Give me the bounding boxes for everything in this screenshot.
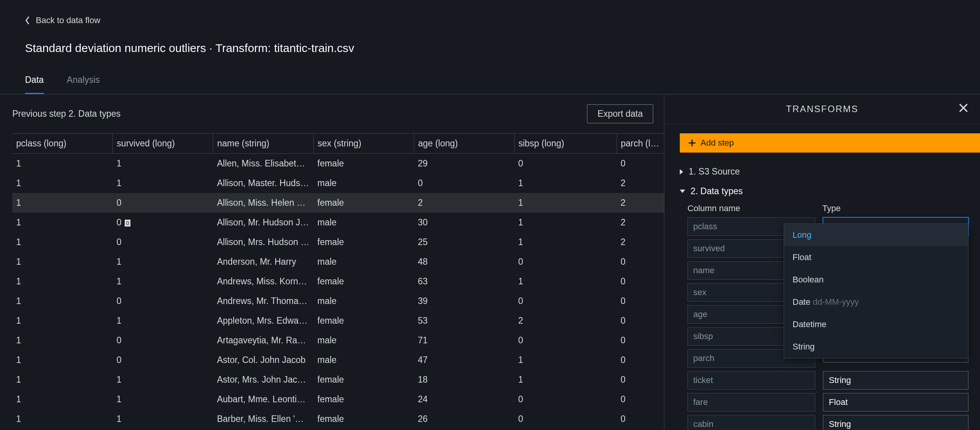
dropdown-option-label: Float <box>793 252 811 262</box>
table-row[interactable]: 10Artagaveytia, Mr. Ramonmale7100 <box>12 331 664 350</box>
table-cell: 0 <box>617 390 664 409</box>
step-label: 1. S3 Source <box>689 166 740 177</box>
column-header[interactable]: sex (string) <box>314 134 414 154</box>
type-dropdown[interactable]: LongFloatBooleanDatedd-MM-yyyyDatetimeSt… <box>784 223 968 358</box>
tab-analysis[interactable]: Analysis <box>67 69 100 94</box>
back-label: Back to data flow <box>36 15 100 25</box>
table-cell: 1 <box>12 173 113 193</box>
add-step-label: Add step <box>701 138 734 148</box>
table-cell: 0 <box>514 331 617 350</box>
data-table: pclass (long)survived (long)name (string… <box>12 133 664 430</box>
data-table-wrap[interactable]: pclass (long)survived (long)name (string… <box>12 133 664 430</box>
add-step-button[interactable]: Add step <box>680 133 980 153</box>
table-cell: 2 <box>617 173 664 193</box>
dropdown-option[interactable]: Datedd-MM-yyyy <box>784 291 968 313</box>
table-cell: 0 <box>514 291 617 311</box>
column-name-field[interactable]: ticket <box>687 371 815 390</box>
table-cell: 71 <box>414 331 514 350</box>
back-to-flow-link[interactable]: Back to data flow <box>25 15 100 25</box>
dropdown-option[interactable]: String <box>784 336 968 358</box>
close-icon[interactable] <box>958 103 968 113</box>
table-cell: 26 <box>414 409 514 429</box>
table-row[interactable]: 10Andrews, Mr. Thomas Jrmale3900 <box>12 291 664 311</box>
transforms-panel-title: TRANSFORMS <box>786 104 858 114</box>
dropdown-option-label: Long <box>793 230 811 240</box>
dropdown-option-label: String <box>793 342 814 351</box>
table-row[interactable]: 10Astor, Col. John Jacobmale4710 <box>12 350 664 370</box>
table-cell: 1 <box>514 213 617 232</box>
table-cell: male <box>314 331 414 350</box>
column-header[interactable]: sibsp (long) <box>514 134 617 154</box>
table-row[interactable]: 11Anderson, Mr. Harrymale4800 <box>12 252 664 272</box>
table-cell: 0 <box>113 232 213 252</box>
table-cell: Allison, Master. Hudson… <box>213 173 314 193</box>
table-cell: female <box>314 311 414 331</box>
column-header[interactable]: age (long) <box>414 134 514 154</box>
table-cell: 1 <box>113 311 213 331</box>
step-row[interactable]: 2. Data types <box>680 181 968 201</box>
table-row[interactable]: 10Allison, Mrs. Hudson J C…female2512 <box>12 232 664 252</box>
column-header[interactable]: name (string) <box>213 134 314 154</box>
table-cell: 1 <box>514 350 617 370</box>
table-cell: 1 <box>12 370 113 390</box>
column-name-field[interactable]: cabin <box>687 415 815 430</box>
table-cell: 0 <box>113 350 213 370</box>
export-data-button[interactable]: Export data <box>587 104 653 123</box>
dropdown-option[interactable]: Boolean <box>784 269 968 291</box>
table-cell: 0 <box>617 154 664 174</box>
table-cell: 0 <box>617 350 664 370</box>
table-cell: 25 <box>414 232 514 252</box>
table-row[interactable]: 11Astor, Mrs. John Jacob (…female1810 <box>12 370 664 390</box>
table-cell: 53 <box>414 311 514 331</box>
dropdown-option[interactable]: Long <box>784 224 968 246</box>
table-cell: Astor, Mrs. John Jacob (… <box>213 370 314 390</box>
table-cell: 1 <box>12 272 113 291</box>
table-row[interactable]: 11Appleton, Mrs. Edward …female5320 <box>12 311 664 331</box>
dropdown-option[interactable]: Float <box>784 246 968 269</box>
table-cell: 00 <box>113 213 213 232</box>
chevron-left-icon <box>25 16 30 25</box>
table-cell: 1 <box>514 232 617 252</box>
type-select[interactable]: Float <box>823 393 968 412</box>
table-row[interactable]: 11Aubart, Mme. Leontine …female2400 <box>12 390 664 409</box>
table-row[interactable]: 11Allen, Miss. Elisabeth W…female2900 <box>12 154 664 174</box>
table-cell: 2 <box>514 311 617 331</box>
table-cell: 0 <box>514 252 617 272</box>
table-row[interactable]: 11Allison, Master. Hudson…male012 <box>12 173 664 193</box>
column-header[interactable]: survived (long) <box>113 134 213 154</box>
dropdown-option[interactable]: Datetime <box>784 313 968 336</box>
table-row[interactable]: 10Allison, Miss. Helen Lor…female212 <box>12 193 664 213</box>
plus-icon <box>688 139 696 147</box>
table-cell: 1 <box>12 213 113 232</box>
column-header[interactable]: parch (long) <box>617 134 664 154</box>
table-cell: 0 <box>514 154 617 174</box>
dropdown-option-hint: dd-MM-yyyy <box>813 297 859 307</box>
table-cell: Anderson, Mr. Harry <box>213 252 314 272</box>
column-header[interactable]: pclass (long) <box>12 134 113 154</box>
table-cell: 1 <box>514 272 617 291</box>
table-cell: 0 <box>414 173 514 193</box>
tab-data[interactable]: Data <box>25 69 44 94</box>
table-cell: 1 <box>12 193 113 213</box>
table-cell: 0 <box>617 291 664 311</box>
table-cell: 1 <box>113 370 213 390</box>
table-cell: Aubart, Mme. Leontine … <box>213 390 314 409</box>
column-name-field[interactable]: fare <box>687 393 815 412</box>
table-cell: 1 <box>113 390 213 409</box>
table-cell: 0 <box>113 193 213 213</box>
step-row[interactable]: 1. S3 Source <box>680 162 968 181</box>
table-row[interactable]: 11Andrews, Miss. Kornelia…female6310 <box>12 272 664 291</box>
table-cell: 1 <box>12 252 113 272</box>
type-select[interactable]: String <box>823 415 968 430</box>
type-select[interactable]: String <box>823 371 968 390</box>
table-cell: 1 <box>12 331 113 350</box>
table-cell: 1 <box>514 173 617 193</box>
table-cell: 1 <box>12 154 113 174</box>
table-cell: 0 <box>617 272 664 291</box>
table-row[interactable]: 100Allison, Mr. Hudson Jos…male3012 <box>12 213 664 232</box>
step-label: 2. Data types <box>691 186 743 197</box>
table-row[interactable]: 11Barber, Miss. Ellen 'Nellie'female2600 <box>12 409 664 429</box>
table-cell: Andrews, Mr. Thomas Jr <box>213 291 314 311</box>
table-cell: male <box>314 213 414 232</box>
tabs: Data Analysis <box>0 69 980 94</box>
